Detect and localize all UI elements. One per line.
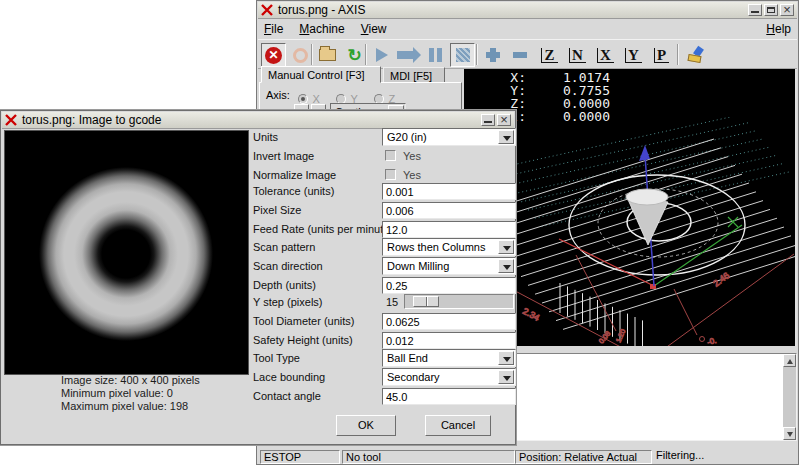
menu-view[interactable]: View: [361, 22, 387, 36]
reload-icon: ↻: [347, 47, 361, 64]
view-x-icon: X: [597, 48, 614, 63]
depth-input[interactable]: [382, 277, 516, 294]
feed-rate-input[interactable]: [382, 221, 516, 238]
label-contact-angle: Contact angle: [253, 390, 321, 402]
max-pixel-text: Maximum pixel value: 198: [61, 400, 188, 412]
label-lace-bounding: Lace bounding: [253, 371, 325, 383]
view-z-icon: Z: [541, 48, 557, 63]
scan-pattern-select[interactable]: Rows then Columns: [382, 238, 516, 256]
normalize-yes-label: Yes: [403, 169, 421, 181]
normalize-image-checkbox[interactable]: [385, 169, 396, 180]
chevron-down-icon: [498, 351, 514, 365]
axis-logo-icon: [5, 114, 17, 126]
scroll-up-icon[interactable]: [783, 354, 796, 367]
contact-angle-input[interactable]: [382, 388, 516, 405]
label-depth: Depth (units): [253, 279, 316, 291]
tab-manual-control[interactable]: Manual Control [F3]: [261, 66, 381, 83]
pixel-size-input[interactable]: [382, 202, 516, 219]
svg-text:2.34: 2.34: [521, 306, 541, 323]
minus-icon: [513, 52, 527, 58]
invert-image-checkbox[interactable]: [385, 150, 396, 161]
close-button[interactable]: [780, 4, 794, 16]
pause-button[interactable]: [423, 43, 448, 67]
min-pixel-text: Minimum pixel value: 0: [61, 387, 173, 399]
label-normalize-image: Normalize Image: [253, 169, 336, 181]
reload-file-button[interactable]: ↻: [342, 43, 367, 67]
plus-icon: [486, 48, 500, 62]
view-z2-button[interactable]: N: [565, 43, 590, 67]
svg-text:0.08: 0.08: [597, 330, 611, 345]
dialog-minimize-button[interactable]: [481, 114, 495, 126]
stop-button[interactable]: [450, 43, 475, 67]
tab-mdi[interactable]: MDI [F5]: [383, 67, 445, 83]
label-tolerance: Tolerance (units): [253, 185, 334, 197]
menubar: File Machine View Help: [258, 19, 797, 39]
dialog-close-button[interactable]: [497, 114, 511, 126]
open-file-button[interactable]: [315, 43, 340, 67]
tool-cone: [626, 189, 668, 245]
chevron-down-icon: [498, 130, 514, 144]
view-perspective-button[interactable]: P: [649, 43, 674, 67]
dialog-titlebar[interactable]: torus.png: Image to gcode: [2, 112, 514, 129]
view-perspective-icon: P: [654, 48, 669, 63]
ok-button[interactable]: OK: [336, 415, 396, 436]
label-tool-type: Tool Type: [253, 352, 300, 364]
radio-icon: [298, 94, 308, 104]
lace-bounding-select[interactable]: Secondary: [382, 368, 516, 386]
chevron-down-icon: [498, 259, 514, 273]
axis-label: Axis:: [266, 89, 290, 101]
label-invert-image: Invert Image: [253, 150, 314, 162]
view-y-button[interactable]: Y: [621, 43, 646, 67]
open-folder-icon: [319, 49, 336, 61]
invert-yes-label: Yes: [403, 150, 421, 162]
cancel-button[interactable]: Cancel: [425, 415, 491, 436]
y-step-slider[interactable]: [404, 294, 514, 309]
view-x-button[interactable]: X: [593, 43, 618, 67]
tool-type-select[interactable]: Ball End: [382, 349, 516, 367]
label-tool-diameter: Tool Diameter (units): [253, 315, 354, 327]
machine-power-button[interactable]: [288, 43, 313, 67]
svg-text:-0.: -0.: [706, 336, 717, 346]
maximize-button[interactable]: [764, 4, 778, 16]
view-z-button[interactable]: Z: [537, 43, 562, 67]
toolbar: ✕ ↻ Z N X Y P: [258, 39, 797, 69]
power-icon: [293, 48, 308, 63]
label-scan-direction: Scan direction: [253, 260, 323, 272]
units-select[interactable]: G20 (in): [382, 128, 516, 146]
y-step-value: 15: [386, 296, 398, 308]
pause-icon: [429, 48, 442, 62]
axis-window-title: torus.png - AXIS: [278, 3, 365, 17]
svg-text:2.46: 2.46: [711, 270, 731, 288]
run-button[interactable]: [369, 43, 394, 67]
scan-direction-select[interactable]: Down Milling: [382, 257, 516, 275]
image-preview: [4, 130, 249, 375]
menu-help[interactable]: Help: [766, 22, 791, 36]
tool-diameter-input[interactable]: [382, 313, 516, 330]
estop-button[interactable]: ✕: [261, 43, 286, 67]
chevron-down-icon: [498, 370, 514, 384]
axis-titlebar[interactable]: torus.png - AXIS: [258, 2, 797, 19]
zoom-out-button[interactable]: [507, 43, 532, 67]
svg-text:1.20: 1.20: [615, 328, 627, 343]
label-feed-rate: Feed Rate (units per minute): [253, 223, 393, 235]
tolerance-input[interactable]: [382, 183, 516, 200]
view-z2-icon: N: [569, 48, 586, 63]
chevron-down-icon: [498, 240, 514, 254]
slider-handle[interactable]: [413, 296, 439, 307]
zoom-in-button[interactable]: [480, 43, 505, 67]
view-y-icon: Y: [625, 48, 642, 63]
listing-scrollbar[interactable]: [783, 354, 796, 440]
step-icon: [397, 51, 413, 59]
menu-machine[interactable]: Machine: [299, 22, 344, 36]
label-safety-height: Safety Height (units): [253, 334, 353, 346]
step-button[interactable]: [396, 43, 421, 67]
scroll-down-icon[interactable]: [783, 427, 796, 440]
stop-icon: [456, 48, 470, 62]
image-to-gcode-dialog: torus.png: Image to gcode Image size: 40…: [0, 110, 516, 445]
clear-plot-button[interactable]: [683, 43, 708, 67]
minimize-button[interactable]: [748, 4, 762, 16]
menu-file[interactable]: File: [264, 22, 283, 36]
safety-height-input[interactable]: [382, 332, 516, 349]
brush-icon: [687, 47, 705, 63]
estop-icon: ✕: [265, 47, 282, 64]
